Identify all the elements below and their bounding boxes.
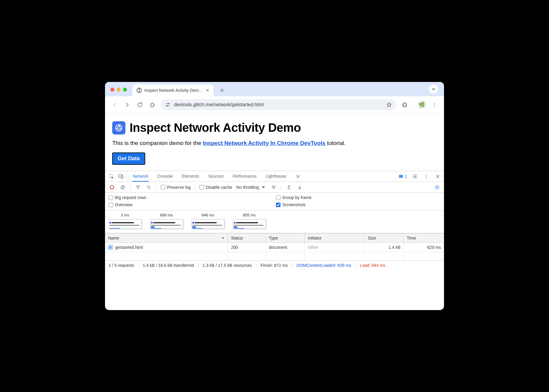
issues-button[interactable]: 1 bbox=[398, 174, 407, 179]
url-text: devtools.glitch.me/network/getstarted.ht… bbox=[174, 102, 382, 107]
inspect-element-icon[interactable] bbox=[108, 173, 115, 180]
tab-performance[interactable]: Performance bbox=[232, 171, 257, 182]
record-button[interactable] bbox=[109, 184, 115, 191]
request-initiator: Other bbox=[305, 243, 365, 252]
upload-har-icon[interactable] bbox=[286, 184, 292, 191]
screenshot-thumb[interactable]: 3 ms bbox=[109, 213, 142, 229]
svg-rect-9 bbox=[122, 176, 123, 178]
clear-button[interactable] bbox=[119, 184, 126, 191]
screenshots-label: Screenshots bbox=[282, 202, 306, 207]
chevron-down-icon bbox=[261, 185, 266, 190]
status-requests: 1 / 5 requests bbox=[109, 263, 139, 268]
minimize-window-button[interactable] bbox=[117, 88, 121, 92]
page-logo-icon bbox=[112, 121, 125, 134]
tab-network[interactable]: Network bbox=[132, 171, 149, 182]
svg-rect-10 bbox=[399, 175, 403, 177]
maximize-window-button[interactable] bbox=[123, 88, 127, 92]
new-tab-button[interactable] bbox=[218, 86, 226, 95]
tab-sources[interactable]: Sources bbox=[208, 171, 224, 182]
tab-elements[interactable]: Elements bbox=[181, 171, 200, 182]
request-time: 629 ms bbox=[404, 243, 444, 252]
screenshots-checkbox[interactable]: Screenshots bbox=[276, 202, 440, 207]
col-status[interactable]: Status bbox=[228, 234, 266, 243]
download-har-icon[interactable] bbox=[296, 184, 303, 191]
site-info-icon[interactable] bbox=[165, 102, 170, 107]
screenshot-thumb[interactable]: 688 ms bbox=[150, 213, 183, 229]
page-content: Inspect Network Activity Demo This is th… bbox=[105, 113, 444, 171]
preserve-log-checkbox[interactable]: Preserve log bbox=[161, 185, 191, 190]
search-icon[interactable] bbox=[146, 184, 152, 191]
col-initiator[interactable]: Initiator bbox=[305, 234, 365, 243]
disable-cache-label: Disable cache bbox=[206, 185, 232, 190]
sort-desc-icon bbox=[221, 236, 225, 240]
network-toolbar: Preserve log Disable cache No throttling bbox=[105, 182, 444, 193]
thumbnail-icon bbox=[150, 219, 183, 229]
network-settings-icon[interactable] bbox=[434, 184, 440, 191]
table-row[interactable]: getstarted.html 200 document Other 1.4 k… bbox=[105, 243, 444, 252]
disable-cache-checkbox[interactable]: Disable cache bbox=[200, 185, 232, 190]
home-button[interactable] bbox=[148, 101, 157, 109]
toolbar: devtools.glitch.me/network/getstarted.ht… bbox=[105, 96, 444, 113]
devtools-tabs: Network Console Elements Sources Perform… bbox=[105, 171, 444, 182]
reload-button[interactable] bbox=[136, 101, 144, 109]
svg-point-11 bbox=[414, 176, 416, 177]
svg-point-12 bbox=[426, 175, 427, 175]
titlebar: Inspect Network Activity Dem… ✕ bbox=[105, 82, 444, 96]
close-tab-icon[interactable]: ✕ bbox=[205, 87, 210, 93]
device-toggle-icon[interactable] bbox=[118, 173, 124, 180]
tabs-dropdown-button[interactable] bbox=[429, 85, 438, 94]
overview-label: Overview bbox=[115, 202, 132, 207]
throttling-select[interactable]: No throttling bbox=[236, 185, 266, 190]
extensions-button[interactable] bbox=[400, 101, 409, 109]
screenshot-thumb[interactable]: 846 ms bbox=[191, 213, 224, 229]
separator bbox=[195, 184, 195, 190]
tab-console[interactable]: Console bbox=[157, 171, 173, 182]
group-by-frame-label: Group by frame bbox=[282, 195, 311, 200]
address-bar[interactable]: devtools.glitch.me/network/getstarted.ht… bbox=[161, 99, 396, 110]
svg-point-14 bbox=[426, 177, 427, 178]
tab-lighthouse[interactable]: Lighthouse bbox=[265, 171, 287, 182]
status-load: Load: 844 ms bbox=[356, 263, 390, 268]
col-type[interactable]: Type bbox=[266, 234, 305, 243]
intro-suffix: tutorial. bbox=[327, 140, 346, 146]
kebab-menu-button[interactable] bbox=[430, 101, 439, 109]
svg-point-1 bbox=[166, 105, 167, 106]
more-tabs-icon[interactable] bbox=[295, 173, 301, 180]
screenshots-strip: 3 ms 688 ms 846 ms 855 ms bbox=[105, 210, 444, 233]
overview-checkbox[interactable]: Overview bbox=[109, 202, 273, 207]
col-name[interactable]: Name bbox=[105, 234, 228, 243]
screenshot-thumb[interactable]: 855 ms bbox=[233, 213, 266, 229]
network-conditions-icon[interactable] bbox=[270, 184, 277, 191]
svg-point-5 bbox=[116, 125, 122, 131]
network-table: Name Status Type Initiator Size Time get… bbox=[105, 233, 444, 261]
network-view-options: Big request rows Group by frame Overview… bbox=[105, 193, 444, 210]
thumbnail-icon bbox=[191, 219, 224, 229]
svg-point-6 bbox=[117, 126, 120, 129]
profile-avatar[interactable]: 🌿 bbox=[418, 101, 426, 109]
bookmark-icon[interactable] bbox=[386, 102, 392, 108]
separator bbox=[413, 101, 413, 108]
status-transferred: 1.4 kB / 18.6 kB transferred bbox=[139, 263, 198, 268]
forward-button[interactable] bbox=[123, 101, 131, 109]
col-size[interactable]: Size bbox=[365, 234, 404, 243]
table-empty-row bbox=[105, 252, 444, 261]
close-window-button[interactable] bbox=[110, 88, 114, 92]
get-data-button[interactable]: Get Data bbox=[112, 152, 145, 165]
tab-title: Inspect Network Activity Dem… bbox=[144, 88, 203, 93]
tutorial-link[interactable]: Inspect Network Activity In Chrome DevTo… bbox=[203, 140, 327, 146]
browser-tab[interactable]: Inspect Network Activity Dem… ✕ bbox=[132, 84, 214, 96]
separator bbox=[156, 184, 157, 190]
svg-point-4 bbox=[434, 106, 435, 107]
back-button[interactable] bbox=[110, 101, 119, 109]
filter-icon[interactable] bbox=[135, 184, 141, 191]
devtools-menu-icon[interactable] bbox=[423, 173, 430, 180]
big-rows-checkbox[interactable]: Big request rows bbox=[109, 195, 273, 200]
svg-point-2 bbox=[434, 103, 435, 104]
col-time[interactable]: Time bbox=[404, 234, 444, 243]
settings-icon[interactable] bbox=[412, 173, 418, 180]
close-devtools-icon[interactable] bbox=[434, 173, 441, 180]
status-resources: 1.3 kB / 17.5 kB resources bbox=[198, 263, 256, 268]
group-by-frame-checkbox[interactable]: Group by frame bbox=[276, 195, 440, 200]
preserve-log-label: Preserve log bbox=[167, 185, 191, 190]
intro-prefix: This is the companion demo for the bbox=[112, 140, 203, 146]
